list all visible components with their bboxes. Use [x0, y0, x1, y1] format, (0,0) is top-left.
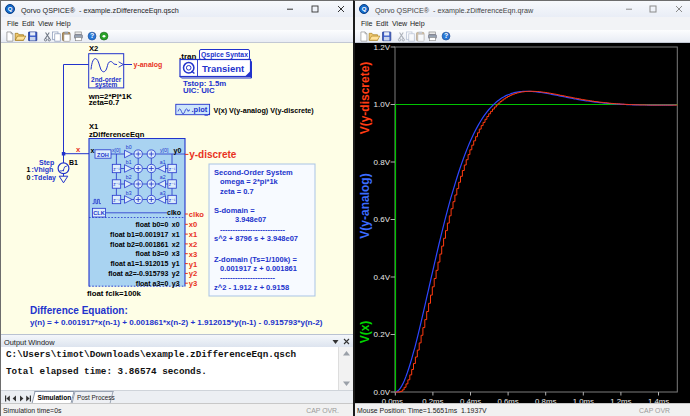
svg-text:float b3=0: float b3=0: [135, 250, 168, 257]
svg-text:S-domain =: S-domain =: [214, 206, 255, 215]
svg-text:x0: x0: [172, 221, 180, 228]
svg-text:a2: a2: [160, 174, 166, 180]
svg-text:Second-Order System: Second-Order System: [214, 168, 293, 177]
svg-text:z⁻¹: z⁻¹: [113, 198, 120, 203]
svg-text:omega = 2*pi*1k: omega = 2*pi*1k: [220, 177, 279, 186]
svg-text::Tdelay: :Tdelay: [32, 174, 57, 182]
svg-text:0.8V: 0.8V: [374, 158, 391, 167]
svg-text:z⁻¹: z⁻¹: [169, 182, 176, 187]
svg-text:float a1=1.912015: float a1=1.912015: [111, 260, 169, 267]
svg-text:----------------------: ----------------------: [220, 273, 275, 282]
svg-text:clko: clko: [189, 210, 205, 219]
svg-text:y-analog: y-analog: [134, 61, 163, 69]
svg-text:0.4V: 0.4V: [374, 273, 391, 282]
svg-text:Z-domain (Ts=1/100k) =: Z-domain (Ts=1/100k) =: [214, 255, 297, 264]
svg-text:b1: b1: [126, 159, 132, 165]
svg-text:y[0]: y[0]: [160, 147, 169, 153]
svg-text:?: ?: [444, 32, 448, 39]
svg-text:V(x): V(x): [358, 321, 372, 344]
svg-text:b0: b0: [126, 144, 132, 150]
svg-text:B1: B1: [69, 159, 78, 166]
svg-text:a3: a3: [160, 190, 166, 196]
svg-text:y1: y1: [172, 260, 180, 268]
svg-text:1: 1: [27, 166, 31, 173]
svg-text:x1: x1: [189, 230, 198, 239]
svg-text:y1: y1: [189, 260, 198, 269]
svg-text:float b0=0: float b0=0: [135, 221, 168, 228]
svg-text:y2: y2: [172, 270, 180, 278]
svg-text:x1: x1: [172, 231, 180, 238]
svg-text:1.0V: 1.0V: [374, 100, 391, 109]
svg-text:Qspice Syntax: Qspice Syntax: [201, 51, 248, 59]
svg-text:?: ?: [90, 32, 94, 39]
svg-text:b3: b3: [126, 190, 132, 196]
svg-text:zDifferenceEqn: zDifferenceEqn: [89, 130, 145, 139]
svg-text:V(y-discrete): V(y-discrete): [358, 62, 372, 135]
svg-text:z⁻¹: z⁻¹: [169, 167, 176, 172]
svg-text:y3: y3: [172, 280, 180, 288]
svg-text:0.2V: 0.2V: [374, 330, 391, 339]
svg-text:float fclk=100k: float fclk=100k: [87, 289, 142, 298]
svg-text:x[0]: x[0]: [112, 147, 121, 153]
svg-text:x2: x2: [172, 241, 180, 248]
svg-text:float b2=0.001861: float b2=0.001861: [110, 241, 168, 248]
svg-text:y2: y2: [189, 269, 197, 278]
svg-text:x3: x3: [189, 250, 197, 259]
svg-text:x3: x3: [172, 250, 180, 257]
svg-text:z^2 - 1.912 z + 0.9158: z^2 - 1.912 z + 0.9158: [214, 283, 289, 292]
svg-text:0: 0: [27, 174, 31, 181]
svg-text:x: x: [91, 147, 95, 154]
svg-text:Difference Equation:: Difference Equation:: [30, 305, 128, 316]
svg-text:clko: clko: [167, 209, 181, 216]
svg-text:0.001917 z + 0.001861: 0.001917 z + 0.001861: [220, 264, 297, 273]
svg-text:UIC: UIC: UIC: UIC: [183, 86, 215, 95]
svg-text:--------------------------: --------------------------: [220, 225, 285, 234]
svg-text:z⁻¹: z⁻¹: [113, 182, 120, 187]
svg-text:b2: b2: [126, 174, 132, 180]
svg-text:V(x) V(y-analog) V(y-discrete): V(x) V(y-analog) V(y-discrete): [214, 106, 315, 115]
svg-text:X2: X2: [89, 44, 98, 53]
svg-text:y0: y0: [174, 147, 182, 155]
svg-text:CLK: CLK: [93, 210, 105, 216]
svg-text:y3: y3: [189, 279, 197, 288]
svg-text:3.948e07: 3.948e07: [235, 215, 266, 224]
svg-text:Transient: Transient: [202, 63, 245, 74]
svg-text:float b1=0.001917: float b1=0.001917: [110, 231, 168, 238]
svg-text:z⁻¹: z⁻¹: [113, 167, 120, 172]
svg-text:zeta = 0.7: zeta = 0.7: [220, 187, 254, 196]
svg-text:0.0V: 0.0V: [374, 388, 391, 397]
svg-text:ZOH: ZOH: [97, 152, 109, 158]
svg-text:x2: x2: [189, 240, 197, 249]
svg-text:a1: a1: [160, 159, 166, 165]
svg-text:x0: x0: [189, 220, 197, 229]
svg-text:y(n) = + 0.001917*x(n-1) + 0.: y(n) = + 0.001917*x(n-1) + 0.001861*x(n-…: [30, 318, 323, 327]
svg-text:zeta=0.7: zeta=0.7: [89, 98, 120, 107]
svg-text:float a2=-0.915793: float a2=-0.915793: [108, 270, 168, 277]
svg-text:z⁻¹: z⁻¹: [169, 198, 176, 203]
svg-text:y-discrete: y-discrete: [189, 149, 237, 160]
svg-text:system: system: [95, 81, 118, 89]
svg-text:s^2 + 8796 s + 3.948e07: s^2 + 8796 s + 3.948e07: [214, 234, 298, 243]
svg-text:float a3=0: float a3=0: [136, 280, 169, 287]
svg-text:1.2V: 1.2V: [374, 43, 391, 52]
svg-text:.plot: .plot: [192, 105, 208, 114]
svg-text:V(y-analog): V(y-analog): [358, 173, 372, 238]
svg-text:0.6V: 0.6V: [374, 215, 391, 224]
